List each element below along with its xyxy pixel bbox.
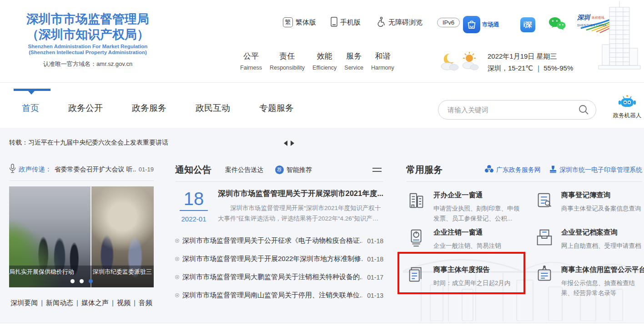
carousel-caption-right[interactable]: 深圳市纪委监委派驻三 <box>93 268 154 276</box>
ticker-prev-icon[interactable] <box>281 140 287 146</box>
ticker-next-icon[interactable] <box>291 140 297 146</box>
notice-row[interactable]: 深圳市市场监督管理局南山监管局关于停用、注销失联单位... 01-13 <box>175 286 383 305</box>
flower-icon <box>484 165 494 176</box>
official-domain-note: 认准唯一官方域名：amr.sz.gov.cn <box>13 60 163 68</box>
tab-media-voice[interactable]: 媒体之声 <box>81 299 109 306</box>
carousel-dot-3[interactable] <box>89 279 93 283</box>
services-header: 常用服务 广东政务服务网 <box>406 164 642 176</box>
featured-notice-title[interactable]: 深圳市市场监督管理局关于开展深圳市2021年度... <box>218 189 383 199</box>
notice-row[interactable]: 深圳市市场监督管理局关于开展2022年深圳市地方标准制修... 01-18 <box>175 250 383 268</box>
notice-text: 深圳市市场监督管理局关于开展2022年深圳市地方标准制修... <box>182 255 362 263</box>
value-cn: 效能 <box>312 51 337 61</box>
weather-date: 2022年1月19日 星期三 <box>488 53 573 60</box>
tab-separator: | <box>112 299 114 306</box>
bullseye-bullet-icon <box>175 275 179 279</box>
value-fairness: 公平 Fairness <box>240 51 262 71</box>
photo-carousel[interactable]: 局扎实开展保供稳价行动 深圳市纪委监委派驻三 <box>9 186 154 287</box>
credit-board-icon <box>534 265 555 301</box>
service-annual-report[interactable]: 商事主体年度报告 时间：成立周年之日起2月内 <box>406 264 534 301</box>
tab-news-updates[interactable]: 新闻动态 <box>46 299 73 306</box>
notices-title: 通知公告 <box>175 164 211 176</box>
featured-day[interactable]: 18 <box>175 189 212 209</box>
featured-date-underline <box>180 210 208 211</box>
smart-recommend-link[interactable]: 智能推荐 <box>287 166 312 174</box>
voice-label[interactable]: 政声传递： <box>19 165 52 174</box>
tab-video[interactable]: 视频 <box>117 299 131 306</box>
service-title: 商事主体信用监管公示平台 <box>561 265 644 275</box>
stamp-icon <box>549 165 557 175</box>
ipv6-link[interactable]: IPv6 <box>437 18 460 27</box>
market-app-label: 市场通 <box>482 21 499 29</box>
search-input[interactable] <box>438 106 578 114</box>
gov-robot-entry[interactable]: 政务机器人 <box>612 95 643 120</box>
notice-text: 深圳市市场监督管理局南山监管局关于停用、注销失联单位... <box>182 291 362 300</box>
service-title: 企业注销一窗通 <box>433 228 501 237</box>
featured-month: 2022-01 <box>175 215 212 223</box>
carousel-dot-1[interactable] <box>70 279 75 283</box>
notice-date: 01-13 <box>367 292 383 299</box>
notice-text: 深圳市市场监督管理局关于公开征求《电子动物检疫合格证... <box>182 236 362 245</box>
voice-headline[interactable]: 省委常委会召开扩大会议 听... <box>55 166 136 174</box>
notice-list: 深圳市市场监督管理局关于公开征求《电子动物检疫合格证... 01-18 深圳市市… <box>175 232 383 305</box>
notice-row[interactable]: 深圳市市场监督管理局大鹏监管局关于注销相关特种设备的... 01-17 <box>175 268 383 286</box>
services-column: 常用服务 广东政务服务网 <box>406 164 642 301</box>
mobile-version-label: 手机版 <box>340 18 361 27</box>
site-logo[interactable]: 深圳市市场监督管理局 （深圳市知识产权局） Shenzhen Administr… <box>13 12 163 68</box>
notice-date: 01-17 <box>367 274 383 281</box>
business-open-icon <box>406 190 427 226</box>
eseal-system-link[interactable]: 深圳市统一电子印章管理系统 <box>549 165 642 175</box>
market-app-link[interactable]: 市场通 <box>463 16 499 33</box>
notices-more-icon[interactable] <box>372 168 383 172</box>
service-desc: 企业一般注销、简易注销 <box>433 241 501 251</box>
notices-header: 通知公告 案件公告送达 荐 智能推荐 <box>175 164 383 176</box>
value-en: Service <box>344 65 363 71</box>
bullseye-bullet-icon <box>175 293 179 297</box>
nav-item-interaction[interactable]: 政民互动 <box>196 102 230 114</box>
traditional-version-link[interactable]: 繁 繁体版 <box>283 17 316 27</box>
service-title: 商事登记簿查询 <box>561 191 641 200</box>
accessibility-link[interactable]: 无障碍浏览 <box>375 16 423 28</box>
search-icon[interactable] <box>578 104 589 115</box>
service-open-business[interactable]: 开办企业一窗通 申请营业执照、刻制印章、申领发票、员工参保登记、公积... <box>406 189 534 226</box>
featured-notice-summary: 深圳市市场监督管理局开展“深圳市2021年度知识产权十大事件”征集评选活动，评选… <box>218 203 383 224</box>
ishen-app-icon[interactable]: i深 <box>520 17 535 32</box>
building-sketch <box>596 1 643 73</box>
nav-item-special-services[interactable]: 专题服务 <box>259 102 294 114</box>
service-desc: 网上自助查档、受理申请查档 <box>561 241 641 251</box>
notice-text: 深圳市市场监督管理局大鹏监管局关于注销相关特种设备的... <box>182 273 362 281</box>
carousel-dot-2[interactable] <box>80 279 84 283</box>
weather-detail: 深圳，15-21℃ ｜ 55%-95% <box>488 65 573 72</box>
service-credit-platform[interactable]: 商事主体信用监管公示平台 年报公示信息、抽查检查结果、经营异常名录等 <box>534 264 642 301</box>
gd-gov-service-label: 广东政务服务网 <box>496 166 541 174</box>
mobile-version-link[interactable]: 手机版 <box>331 17 361 28</box>
carousel-caption-bar: 局扎实开展保供稳价行动 深圳市纪委监委派驻三 <box>9 266 154 287</box>
accessibility-label: 无障碍浏览 <box>388 18 423 27</box>
gd-gov-service-link[interactable]: 广东政务服务网 <box>484 165 541 176</box>
szlogo-cn-text: 深圳 <box>577 14 591 21</box>
value-en: Fairness <box>240 65 262 71</box>
divider <box>175 181 383 182</box>
voice-row: 政声传递： 省委常委会召开扩大会议 听... 01-19 <box>9 164 154 175</box>
service-deregister[interactable]: 企业注销一窗通 企业一般注销、简易注销 <box>406 226 534 264</box>
service-title: 开办企业一窗通 <box>433 191 524 200</box>
tab-separator: | <box>76 299 78 306</box>
carousel-caption-left[interactable]: 局扎实开展保供稳价行动 <box>9 268 87 276</box>
nav-item-gov-affairs[interactable]: 政务公开 <box>68 102 103 114</box>
service-desc: 时间：成立周年之日起2月内 <box>433 278 511 288</box>
notice-row[interactable]: 深圳市市场监督管理局关于公开征求《电子动物检疫合格证... 01-18 <box>175 232 383 250</box>
nav-item-home[interactable]: 首页 <box>22 102 39 114</box>
value-efficiency: 效能 Efficiency <box>312 51 337 71</box>
service-registry-search[interactable]: 商事登记簿查询 商事主体登记及备案信息查询 <box>534 189 642 226</box>
tab-shenzhen-news[interactable]: 深圳要闻 <box>10 299 38 306</box>
site-title-en1: Shenzhen Administration For Market Regul… <box>13 44 163 50</box>
wechat-icon[interactable] <box>548 16 566 33</box>
value-cn: 责任 <box>270 51 305 61</box>
site-header: 深圳市市场监督管理局 （深圳市知识产权局） Shenzhen Administr… <box>0 0 644 82</box>
case-notice-link[interactable]: 案件公告送达 <box>225 166 263 174</box>
tab-audio[interactable]: 音频 <box>139 299 152 306</box>
nav-item-gov-services[interactable]: 政务服务 <box>132 102 166 114</box>
ticker-arrows <box>281 140 297 146</box>
service-archive-search[interactable]: 企业登记档案查询 网上自助查档、受理申请查档 <box>534 226 642 264</box>
main-content: 转载：习近平在十九届中央纪委六次全会上发表重要讲话 政声传递： 省委常委会召开扩… <box>0 128 644 323</box>
news-ticker[interactable]: 转载：习近平在十九届中央纪委六次全会上发表重要讲话 <box>9 139 168 147</box>
